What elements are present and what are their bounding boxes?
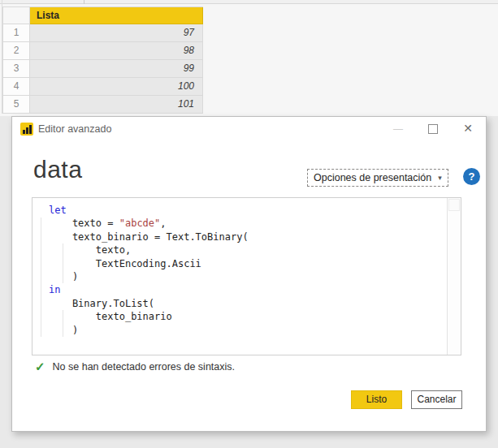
maximize-icon: [428, 124, 438, 134]
row-number[interactable]: 4: [3, 78, 30, 96]
strip-divider: [84, 0, 84, 4]
syntax-status-text: No se han detectado errores de sintaxis.: [53, 361, 235, 373]
code-line[interactable]: TextEncoding.Ascii: [49, 257, 447, 270]
code-line[interactable]: ): [49, 270, 447, 283]
query-name-heading: data: [33, 156, 82, 183]
table-row: 197: [3, 24, 203, 42]
code-line[interactable]: texto_binario = Text.ToBinary(: [49, 230, 447, 243]
table-body: 19729839941005101: [3, 24, 203, 114]
list-value-cell[interactable]: 101: [30, 96, 203, 114]
query-preview-background: Lista 19729839941005101: [0, 0, 498, 116]
list-value-cell[interactable]: 98: [30, 42, 203, 60]
list-value-cell[interactable]: 99: [30, 60, 203, 78]
scrollbar-top-button[interactable]: [448, 199, 460, 211]
help-icon[interactable]: ?: [463, 168, 480, 185]
code-lines[interactable]: let texto = "abcde", texto_binario = Tex…: [32, 198, 447, 355]
code-line[interactable]: in: [49, 283, 447, 296]
dialog-titlebar[interactable]: Editor avanzado — ✕: [12, 117, 486, 141]
row-number[interactable]: 2: [3, 42, 30, 60]
maximize-button[interactable]: [422, 119, 444, 139]
table-row: 5101: [3, 96, 203, 114]
code-line[interactable]: ): [49, 324, 447, 337]
advanced-editor-dialog: Editor avanzado — ✕ data Opciones de pre…: [11, 116, 487, 432]
close-button[interactable]: ✕: [457, 119, 479, 139]
list-value-cell[interactable]: 100: [30, 78, 203, 96]
editor-scrollbar[interactable]: [447, 198, 461, 355]
done-button[interactable]: Listo: [351, 390, 402, 409]
screen: Lista 19729839941005101 Editor avanzado …: [0, 0, 498, 448]
row-number[interactable]: 1: [3, 24, 30, 42]
table-row: 298: [3, 42, 203, 60]
code-line[interactable]: texto = "abcde",: [49, 217, 447, 230]
list-preview-table: Lista 19729839941005101: [2, 6, 203, 114]
row-number[interactable]: 5: [3, 96, 30, 114]
chevron-down-icon: ▾: [438, 174, 442, 182]
cancel-button[interactable]: Cancelar: [411, 390, 462, 409]
display-options-dropdown[interactable]: Opciones de presentación ▾: [307, 169, 448, 187]
formula-bar-edge: [0, 0, 498, 4]
table-corner-cell[interactable]: [3, 7, 30, 24]
powerbi-logo-icon: [20, 123, 33, 136]
list-value-cell[interactable]: 97: [30, 24, 203, 42]
code-line[interactable]: texto,: [49, 243, 447, 256]
column-header-lista[interactable]: Lista: [30, 7, 203, 24]
code-line[interactable]: Binary.ToList(: [49, 297, 447, 310]
table-row: 399: [3, 60, 203, 78]
dialog-title: Editor avanzado: [38, 123, 111, 135]
display-options-label: Opciones de presentación: [314, 172, 431, 183]
minimize-button[interactable]: —: [388, 119, 409, 139]
code-line[interactable]: texto_binario: [49, 310, 447, 323]
code-line[interactable]: let: [49, 204, 447, 217]
checkmark-icon: ✓: [35, 360, 45, 374]
syntax-status: ✓ No se han detectado errores de sintaxi…: [35, 360, 235, 374]
table-row: 4100: [3, 78, 203, 96]
row-number[interactable]: 3: [3, 60, 30, 78]
m-code-editor[interactable]: let texto = "abcde", texto_binario = Tex…: [32, 197, 461, 355]
table-header-row: Lista: [3, 7, 203, 24]
